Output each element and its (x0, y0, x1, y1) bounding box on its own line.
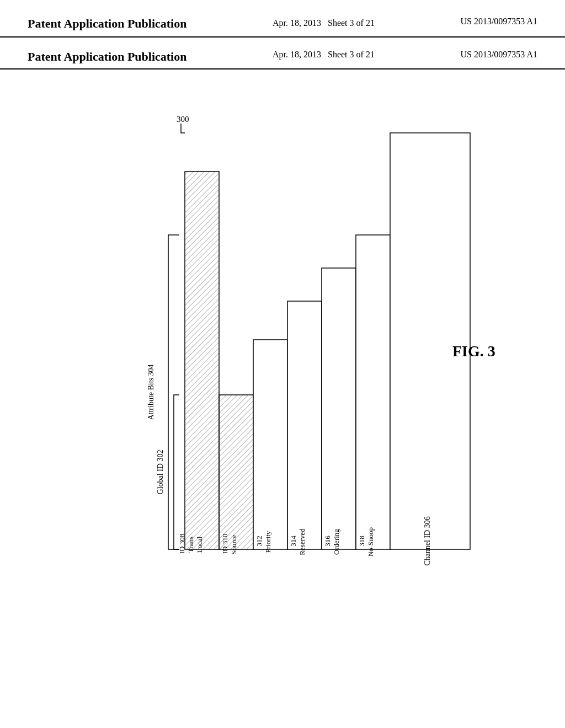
date: Apr. 18, 2013 (273, 18, 321, 28)
sheet-date: Apr. 18, 2013 Sheet 3 of 21 (273, 50, 375, 64)
pub-date: Apr. 18, 2013 (273, 50, 321, 59)
text-global-id: Global ID 302 (156, 450, 164, 495)
bracket-300-line (181, 124, 185, 133)
patent-number: US 2013/0097353 A1 (460, 17, 537, 26)
sheet-info: Apr. 18, 2013 Sheet 3 of 21 (273, 17, 375, 30)
box-no-snoop (356, 235, 390, 549)
box-ordering (322, 268, 356, 549)
main-diagram: 300 Local Trans ID 308 Source ID 310 (0, 69, 565, 720)
box-channel-id (390, 133, 470, 549)
box-reserved (287, 301, 322, 549)
fig-label: FIG. 3 (452, 342, 495, 360)
pub-title: Patent Application Publication (28, 50, 186, 64)
sheet: Sheet 3 of 21 (328, 18, 375, 28)
box-local-trans-id (185, 172, 219, 549)
label-300-text: 300 (177, 115, 189, 124)
box-source-id (219, 395, 253, 549)
text-local-trans-id: Local Trans ID 308 (178, 534, 204, 554)
sheet-num: Sheet 3 of 21 (328, 50, 375, 59)
patent-id: US 2013/0097353 A1 (460, 50, 537, 64)
text-attr-bits: Attribute Bits 304 (147, 364, 155, 420)
publication-title: Patent Application Publication (28, 17, 186, 31)
text-channel-id: Channel ID 306 (423, 516, 431, 565)
box-priority (253, 340, 287, 549)
text-source-id: Source ID 310 (221, 533, 238, 554)
brace-global-id (174, 395, 179, 549)
page-header: Patent Application Publication Apr. 18, … (0, 0, 565, 38)
